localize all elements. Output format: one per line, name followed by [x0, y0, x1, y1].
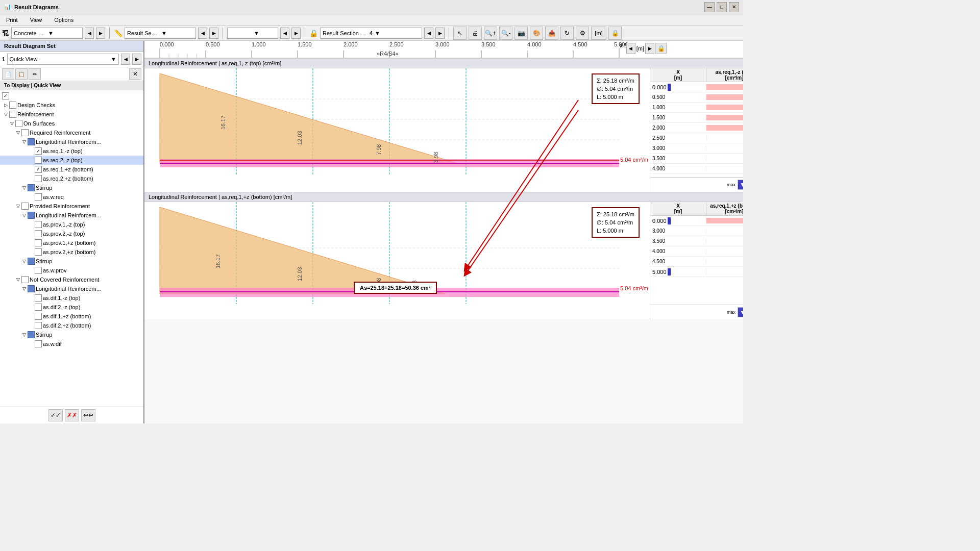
tree-item-asw-prov[interactable]: ▷ as.w.prov [0, 266, 143, 275]
table-row[interactable]: 5.000 0 [650, 267, 743, 277]
nav-next-3[interactable]: ▶ [291, 28, 301, 39]
chart-1-canvas[interactable]: 20.41 16.17 12.03 7.98 3.98 5.04 cm²/m Σ… [160, 68, 650, 192]
set-dropdown[interactable]: Quick View ▼ [7, 54, 119, 65]
asw-req-checkbox[interactable] [35, 193, 42, 201]
tree-item-asreq2-bottom[interactable]: ▷ as.req.2,+z (bottom) [0, 174, 143, 183]
chart-2-canvas[interactable]: 20.41 16.17 12.03 7.98 3.98 5.04 cm²/m Σ… [160, 202, 650, 319]
close-set-btn[interactable]: ✕ [129, 68, 141, 80]
tree-item-on-surfaces[interactable]: ▽ On Surfaces [0, 119, 143, 128]
tree-item-asdif2-bottom[interactable]: ▷ as.dif.2,+z (bottom) [0, 321, 143, 330]
toggle-stirrup-1[interactable]: ▽ [20, 185, 28, 190]
table-row[interactable]: 4.500 0 [650, 257, 743, 267]
concrete-design-dropdown[interactable]: Concrete Design ▼ [11, 28, 83, 39]
long-reinf-1-box[interactable] [28, 138, 35, 145]
settings-btn[interactable]: ⚙ [576, 27, 589, 40]
apply-all-btn[interactable]: ✓✓ [48, 409, 63, 421]
asreq1-top-checkbox[interactable]: ✓ [35, 147, 42, 155]
tree-item-stirrup-1[interactable]: ▽ Stirrup [0, 183, 143, 192]
lock-btn[interactable]: 🔒 [608, 27, 622, 40]
asw-dif-cb[interactable] [35, 340, 42, 347]
menu-options[interactable]: Options [52, 17, 76, 23]
title-bar-controls[interactable]: — □ ✕ [704, 2, 739, 12]
restore-button[interactable]: □ [717, 2, 727, 12]
toggle-not-covered[interactable]: ▽ [14, 277, 21, 282]
asw-prov-cb[interactable] [35, 267, 42, 274]
asprov2-top-cb[interactable] [35, 230, 42, 237]
nav-prev-4[interactable]: ◀ [424, 28, 433, 39]
tree-item-reinforcement[interactable]: ▽ Reinforcement [0, 110, 143, 119]
not-covered-box[interactable] [21, 276, 29, 283]
stirrup-3-box[interactable] [28, 331, 35, 338]
print-btn[interactable]: 🖨 [469, 27, 482, 40]
tree-item-asw-dif[interactable]: ▷ as.w.dif [0, 339, 143, 348]
asreq2-top-checkbox[interactable] [35, 157, 42, 164]
stirrup-1-box[interactable] [28, 184, 35, 191]
table-row[interactable]: 3.500 0 [650, 236, 743, 246]
screenshot-btn[interactable]: 📷 [514, 27, 528, 40]
long-reinf-3-box[interactable] [28, 285, 35, 292]
required-reinf-box[interactable] [21, 129, 29, 136]
units-lock[interactable]: 🔒 [655, 43, 667, 54]
units-next[interactable]: ▶ [645, 43, 654, 54]
tree-item-asreq1-bottom[interactable]: ▷ ✓ as.req.1,+z (bottom) [0, 165, 143, 174]
tree-item-asprov2-top[interactable]: ▷ as.prov.2,-z (top) [0, 229, 143, 238]
asdif1-bottom-cb[interactable] [35, 313, 42, 320]
nav-next-1[interactable]: ▶ [96, 28, 105, 39]
tree-item-asdif2-top[interactable]: ▷ as.dif.2,-z (top) [0, 303, 143, 312]
tree-item-asw-req[interactable]: ▷ as.w.req [0, 192, 143, 202]
tree-item-asdif1-bottom[interactable]: ▷ as.dif.1,+z (bottom) [0, 312, 143, 321]
table-row[interactable]: 3.500 0 [650, 154, 743, 164]
table-row[interactable]: 1.000 12.03 [650, 103, 743, 113]
asreq2-bottom-checkbox[interactable] [35, 175, 42, 182]
tree-item-long-reinf-1[interactable]: ▽ Longitudinal Reinforcem... [0, 137, 143, 146]
asprov1-bottom-cb[interactable] [35, 239, 42, 246]
set-nav-prev[interactable]: ◀ [121, 54, 130, 65]
design-checks-box[interactable] [9, 102, 16, 109]
nav-next-2[interactable]: ▶ [209, 28, 218, 39]
color-btn[interactable]: 🎨 [530, 27, 543, 40]
set-nav-next[interactable]: ▶ [132, 54, 141, 65]
tree-item-design-checks[interactable]: ▷ Design Checks [0, 101, 143, 110]
ds1-checkbox[interactable]: ✓ [2, 92, 9, 99]
select-tool-btn[interactable]: ↖ [453, 27, 467, 40]
table-row[interactable]: 4.000 0 [650, 164, 743, 174]
filter-btn-1[interactable]: ▼ [738, 180, 743, 190]
nav-next-4[interactable]: ▶ [435, 28, 445, 39]
toggle-provided-reinf[interactable]: ▽ [14, 204, 21, 209]
table-row[interactable]: 0.000 20.41 [650, 216, 743, 226]
asreq1-bottom-checkbox[interactable]: ✓ [35, 166, 42, 173]
tree-item-provided-reinf[interactable]: ▽ Provided Reinforcement [0, 202, 143, 211]
empty-dropdown[interactable]: ▼ [227, 28, 278, 39]
provided-reinf-box[interactable] [21, 203, 29, 210]
toggle-required-reinf[interactable]: ▽ [14, 130, 21, 135]
close-button[interactable]: ✕ [729, 2, 739, 12]
copy-set-btn[interactable]: 📋 [15, 68, 28, 80]
long-reinf-2-box[interactable] [28, 212, 35, 219]
tree-item-ds1[interactable]: ✓ [0, 91, 143, 101]
rotate-btn[interactable]: ↻ [560, 27, 574, 40]
asdif1-top-cb[interactable] [35, 294, 42, 302]
reinforcement-box[interactable] [9, 111, 16, 118]
toggle-long-reinf-3[interactable]: ▽ [20, 286, 28, 291]
tree-item-not-covered[interactable]: ▽ Not Covered Reinforcement [0, 275, 143, 284]
clear-all-btn[interactable]: ✗✗ [65, 409, 79, 421]
toggle-on-surfaces[interactable]: ▽ [8, 121, 15, 126]
units-prev[interactable]: ◀ [626, 43, 635, 54]
nav-prev-2[interactable]: ◀ [198, 28, 207, 39]
new-set-btn[interactable]: 📄 [2, 68, 14, 80]
menu-print[interactable]: Print [4, 17, 20, 23]
filter-btn-2[interactable]: ▼ [738, 307, 743, 317]
tree-item-asprov1-top[interactable]: ▷ as.prov.1,-z (top) [0, 220, 143, 229]
table-row[interactable]: 0.500 16.17 [650, 92, 743, 103]
tree-item-asdif1-top[interactable]: ▷ as.dif.1,-z (top) [0, 293, 143, 303]
tree-item-asprov2-bottom[interactable]: ▷ as.prov.2,+z (bottom) [0, 247, 143, 257]
edit-set-btn[interactable]: ✏ [29, 68, 41, 80]
asprov1-top-cb[interactable] [35, 221, 42, 228]
result-section-no-dropdown[interactable]: Result Section No. 4 ▼ [320, 28, 422, 39]
table-row[interactable]: 1.500 7.98 [650, 113, 743, 123]
nav-prev-3[interactable]: ◀ [280, 28, 289, 39]
tree-item-asprov1-bottom[interactable]: ▷ as.prov.1,+z (bottom) [0, 238, 143, 247]
tree-item-stirrup-2[interactable]: ▽ Stirrup [0, 257, 143, 266]
table-row[interactable]: 3.000 0 [650, 143, 743, 154]
result-sections-dropdown[interactable]: Result Sections ▼ [125, 28, 196, 39]
